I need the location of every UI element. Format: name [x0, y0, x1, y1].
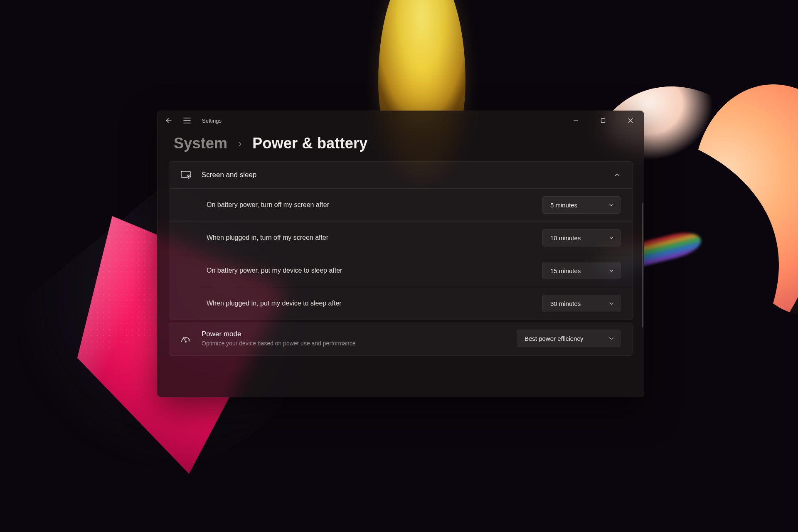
- chevron-down-icon: [608, 235, 614, 241]
- screen-and-sleep-title: Screen and sleep: [202, 171, 603, 179]
- dropdown-value: 30 minutes: [550, 300, 603, 307]
- close-button[interactable]: [617, 111, 644, 131]
- setting-label: On battery power, put my device to sleep…: [207, 267, 542, 274]
- setting-label: On battery power, turn off my screen aft…: [207, 201, 542, 209]
- dropdown-battery-screen-off[interactable]: 5 minutes: [542, 196, 621, 214]
- settings-window: Settings System Power & battery: [157, 111, 644, 397]
- power-mode-title: Power mode: [202, 330, 506, 338]
- power-mode-card: Power mode Optimize your device based on…: [169, 323, 633, 356]
- arrow-left-icon: [165, 117, 172, 124]
- breadcrumb-parent[interactable]: System: [174, 135, 227, 152]
- chevron-down-icon: [608, 300, 614, 306]
- screen-and-sleep-card: Screen and sleep On battery power, turn …: [169, 161, 633, 320]
- breadcrumb: System Power & battery: [157, 131, 644, 161]
- power-mode-subtitle: Optimize your device based on power use …: [202, 340, 506, 347]
- minimize-button[interactable]: [562, 111, 589, 131]
- gauge-icon: [181, 334, 191, 343]
- dropdown-value: Best power efficiency: [525, 335, 603, 342]
- chevron-right-icon: [236, 141, 243, 148]
- minimize-icon: [573, 118, 578, 123]
- close-icon: [628, 118, 633, 123]
- setting-row-plugged-screen-off: When plugged in, turn off my screen afte…: [169, 221, 632, 254]
- svg-rect-5: [601, 119, 605, 123]
- app-title: Settings: [202, 118, 222, 124]
- dropdown-value: 5 minutes: [550, 202, 603, 209]
- setting-row-battery-screen-off: On battery power, turn off my screen aft…: [169, 188, 632, 221]
- chevron-down-icon: [608, 335, 614, 341]
- dropdown-plugged-sleep[interactable]: 30 minutes: [542, 295, 621, 312]
- chevron-down-icon: [608, 268, 614, 273]
- maximize-icon: [601, 118, 606, 123]
- setting-label: When plugged in, turn off my screen afte…: [207, 234, 542, 241]
- setting-label: When plugged in, put my device to sleep …: [207, 300, 542, 307]
- content-area: Screen and sleep On battery power, turn …: [157, 161, 644, 367]
- hamburger-icon: [183, 118, 191, 123]
- dropdown-value: 15 minutes: [550, 267, 603, 274]
- setting-row-battery-sleep: On battery power, put my device to sleep…: [169, 254, 632, 287]
- maximize-button[interactable]: [589, 111, 617, 131]
- chevron-down-icon: [608, 202, 614, 208]
- back-button[interactable]: [160, 112, 177, 129]
- dropdown-plugged-screen-off[interactable]: 10 minutes: [542, 229, 621, 246]
- setting-row-plugged-sleep: When plugged in, put my device to sleep …: [169, 287, 632, 320]
- dropdown-value: 10 minutes: [550, 234, 603, 241]
- power-mode-text: Power mode Optimize your device based on…: [202, 330, 506, 347]
- svg-line-13: [188, 340, 189, 340]
- dropdown-battery-sleep[interactable]: 15 minutes: [542, 262, 621, 279]
- titlebar: Settings: [157, 111, 644, 131]
- breadcrumb-current: Power & battery: [252, 135, 367, 152]
- dropdown-power-mode[interactable]: Best power efficiency: [517, 330, 621, 347]
- nav-menu-button[interactable]: [179, 112, 195, 129]
- svg-line-12: [182, 340, 183, 340]
- scrollbar-thumb[interactable]: [642, 203, 643, 328]
- power-mode-row: Power mode Optimize your device based on…: [169, 323, 632, 355]
- display-icon: [181, 171, 191, 179]
- chevron-up-icon: [614, 172, 621, 178]
- caption-buttons: [562, 111, 644, 131]
- svg-point-11: [185, 341, 186, 342]
- screen-and-sleep-header[interactable]: Screen and sleep: [169, 162, 632, 188]
